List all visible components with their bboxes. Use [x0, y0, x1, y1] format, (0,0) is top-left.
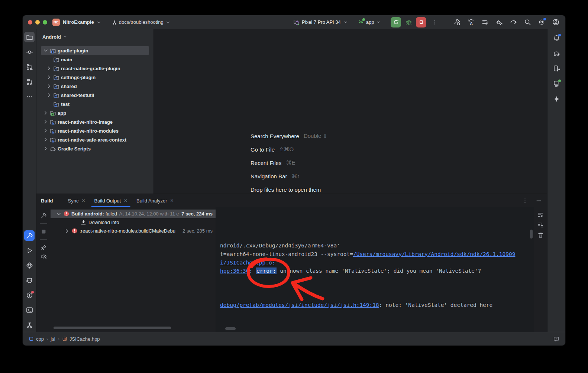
build-icon — [453, 19, 461, 26]
console-file-link[interactable]: debug/prefab/modules/jsi/include/jsi/jsi… — [220, 302, 379, 308]
project-tree-item-settings-plugin[interactable]: settings-plugin — [44, 73, 149, 82]
tool-strip-terminal-button[interactable] — [24, 305, 35, 315]
options-menu-icon[interactable] — [522, 198, 528, 204]
tool-strip-notifications-button[interactable] — [551, 33, 562, 43]
console-text: unknown class name 'NTativeState'; did y… — [277, 268, 481, 274]
chevron-right-icon[interactable] — [63, 227, 71, 235]
event-balloon-icon[interactable] — [553, 336, 559, 342]
soft-wrap-button[interactable] — [537, 212, 544, 218]
tool-strip-gradle-button[interactable] — [551, 48, 562, 58]
tool-strip-problems-button[interactable] — [24, 290, 35, 300]
project-name[interactable]: NitroExample — [63, 19, 94, 25]
close-tab-icon[interactable]: ✕ — [81, 198, 85, 203]
close-tab-icon[interactable]: ✕ — [124, 198, 127, 203]
horizontal-scrollbar[interactable] — [225, 327, 236, 330]
project-tree-item-react-native-gradle-plugin[interactable]: react-native-gradle-plugin — [44, 64, 149, 73]
tool-strip-running-devices-button[interactable] — [551, 78, 562, 89]
tool-strip-device-manager-button[interactable] — [551, 63, 562, 74]
project-tree-item-react-native-nitro-modules[interactable]: react-native-nitro-modules — [41, 126, 149, 135]
build-tab-sync[interactable]: Sync✕ — [64, 194, 90, 207]
breadcrumb-item[interactable]: cpp — [29, 336, 44, 342]
tool-strip-structure-button[interactable] — [24, 62, 35, 72]
chevron-down-icon[interactable] — [42, 47, 49, 54]
build-row-label: :react-native-nitro-modules:buildCMakeDe… — [80, 228, 175, 234]
run-config-selector[interactable]: app — [358, 19, 381, 25]
build-tree-row[interactable]: Download info — [51, 218, 216, 227]
project-view-selector[interactable]: Android — [36, 33, 154, 41]
chevron-right-icon[interactable] — [42, 127, 49, 134]
apply-changes-button[interactable]: A — [468, 19, 475, 26]
build-tree-row[interactable]: :react-native-nitro-modules:buildCMakeDe… — [51, 227, 216, 235]
console-line: t=aarch64-none-linux-android23 --sysroot… — [220, 250, 534, 259]
hammer-small-button[interactable] — [41, 211, 47, 220]
project-tree-item-shared[interactable]: shared — [44, 82, 149, 91]
project-tree-item-gradle-plugin[interactable]: gradle-plugin — [41, 46, 149, 55]
tool-strip-logcat-button[interactable] — [24, 275, 35, 285]
breadcrumb-item[interactable]: jsi — [51, 336, 55, 342]
profiler-button[interactable] — [510, 19, 517, 26]
build-tab-build-output[interactable]: Build Output✕ — [90, 194, 132, 207]
project-tree-item-gradle-scripts[interactable]: Gradle Scripts — [41, 144, 149, 153]
trash-icon — [537, 232, 544, 238]
tool-strip-version-control-button[interactable] — [24, 320, 35, 330]
trash-button[interactable] — [537, 232, 544, 238]
stop-button[interactable] — [416, 17, 426, 27]
close-tab-icon[interactable]: ✕ — [170, 198, 174, 203]
build-tree-row[interactable]: Build android: failedAt 14.10.24, 12:00 … — [51, 210, 216, 218]
device-manager-icon — [553, 65, 560, 72]
tool-strip-pull-requests-button[interactable] — [24, 77, 35, 87]
build-button[interactable] — [453, 19, 461, 26]
tool-strip-commit-button[interactable] — [24, 47, 35, 57]
debug-button[interactable] — [403, 17, 414, 27]
project-widget[interactable]: NE NitroExample docs/troubleshooting — [52, 15, 171, 29]
stop-square-button[interactable] — [41, 227, 47, 236]
vertical-scrollbar[interactable] — [530, 230, 533, 239]
breadcrumb-item[interactable]: HJSICache.hpp — [62, 336, 100, 342]
project-tree-item-react-native-nitro-image[interactable]: react-native-nitro-image — [41, 117, 149, 126]
chevron-right-icon[interactable] — [42, 110, 49, 116]
project-tree-item-react-native-safe-area-context[interactable]: react-native-safe-area-context — [41, 135, 149, 144]
chevron-down-icon[interactable] — [55, 210, 62, 218]
tool-strip-project-button[interactable] — [24, 32, 35, 42]
device-selector[interactable]: Pixel 7 Pro API 34 — [293, 19, 348, 25]
account-button[interactable] — [552, 19, 559, 26]
more-actions-button[interactable] — [429, 17, 440, 27]
project-tree-item-main[interactable]: main — [44, 55, 149, 64]
horizontal-scrollbar[interactable] — [54, 327, 171, 329]
tool-strip-build-button[interactable] — [24, 230, 35, 241]
chevron-right-icon[interactable] — [46, 65, 52, 72]
minimize-button[interactable] — [35, 20, 40, 25]
chevron-right-icon[interactable] — [46, 83, 52, 90]
hide-tool-window-icon[interactable] — [536, 198, 542, 204]
project-tree-item-app[interactable]: app — [41, 108, 149, 117]
search-button[interactable] — [524, 19, 531, 26]
tool-strip-app-quality-insights-button[interactable] — [24, 260, 35, 270]
scroll-end-button[interactable] — [537, 222, 544, 228]
project-tree-item-test[interactable]: test — [44, 100, 149, 108]
right-tool-strip — [547, 29, 565, 332]
chevron-right-icon[interactable] — [42, 119, 49, 125]
project-tree-item-shared-testutil[interactable]: shared-testutil — [44, 91, 149, 100]
console-file-link[interactable]: i/JSICache.cpp.o: — [220, 260, 275, 266]
settings-button[interactable] — [538, 19, 545, 26]
chevron-right-icon[interactable] — [46, 92, 52, 98]
pin-button[interactable] — [41, 243, 47, 252]
chevron-right-icon[interactable] — [42, 145, 49, 152]
chevron-right-icon[interactable] — [46, 74, 52, 81]
branch-widget[interactable]: docs/troubleshooting — [112, 19, 171, 25]
tool-strip-run-button[interactable] — [24, 245, 35, 256]
rerun-button[interactable] — [391, 17, 401, 27]
android-studio-window: NE NitroExample docs/troubleshooting Pix… — [22, 15, 566, 346]
console-file-link[interactable]: /Users/mrousavy/Library/Android/sdk/ndk/… — [353, 251, 516, 257]
zoom-button[interactable] — [43, 20, 47, 25]
console-file-link[interactable]: hpp:36:36 — [220, 268, 249, 274]
chevron-right-icon[interactable] — [42, 136, 49, 143]
close-button[interactable] — [28, 20, 32, 25]
eye-button[interactable] — [41, 252, 47, 261]
apply-code-changes-button[interactable] — [482, 19, 489, 26]
tool-strip-more-tool-windows-button[interactable] — [24, 91, 35, 102]
branch-name[interactable]: docs/troubleshooting — [119, 19, 164, 25]
build-tab-build-analyzer[interactable]: Build Analyzer✕ — [132, 194, 178, 207]
tool-strip-gemini-button[interactable] — [551, 94, 562, 104]
attach-debugger-button[interactable] — [496, 19, 503, 26]
